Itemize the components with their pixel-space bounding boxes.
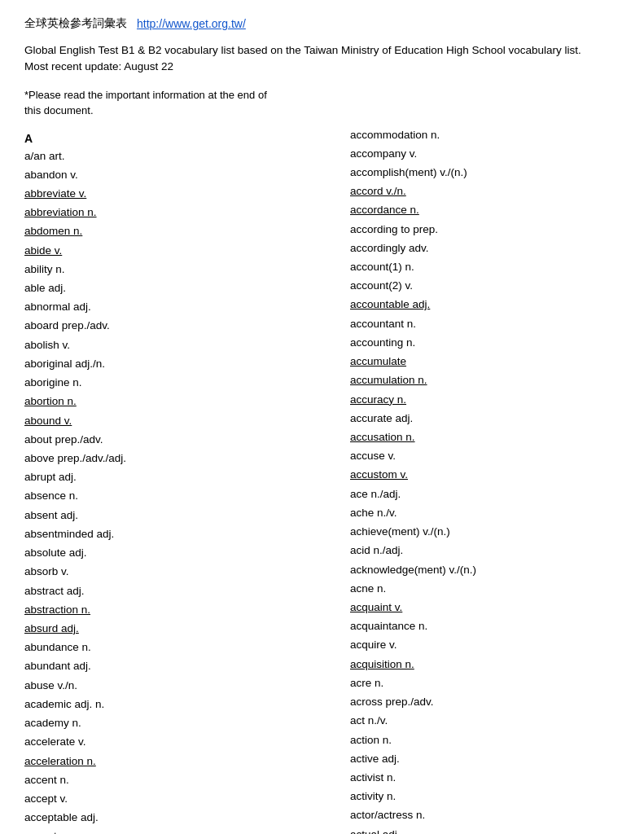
list-item: across prep./adv. [350,692,620,711]
left-word-list: a/an art.abandon v.abbreviate v.abbrevia… [24,147,301,835]
list-item: absurd adj. [24,619,301,638]
list-item: abuse v./n. [24,676,301,695]
list-item: action n. [350,731,620,749]
left-column: A a/an art.abandon v.abbreviate v.abbrev… [24,125,301,835]
list-item: academy n. [24,713,301,732]
list-item: absent adj. [24,506,301,525]
list-item: acquisition n. [350,655,620,674]
list-item: accurate adj. [350,409,620,428]
list-item: accelerate v. [24,732,301,751]
list-item: academic adj. n. [24,695,301,713]
list-item: accomplish(ment) v./(n.) [350,163,620,182]
list-item: activist n. [350,768,620,787]
list-item: absolute adj. [24,543,301,562]
list-item: achieve(ment) v./(n.) [350,522,620,541]
list-item: accustom v. [350,465,620,484]
list-item: accord v./n. [350,182,620,200]
notice-text: *Please read the important information a… [24,87,285,119]
list-item: accompany v. [350,144,620,163]
list-item: accordance n. [350,200,620,219]
list-item: abstract adj. [24,582,301,600]
list-item: accusation n. [350,428,620,446]
list-item: accumulation n. [350,371,620,389]
list-item: accuse v. [350,446,620,465]
list-item: accountant n. [350,314,620,333]
list-item: accommodation n. [350,125,620,144]
list-item: abundance n. [24,638,301,656]
list-item: abolish v. [24,336,301,354]
list-item: ability n. [24,260,301,279]
list-item: abdomen n. [24,222,301,240]
list-item: accept v. [24,789,301,808]
section-header: A [24,132,301,145]
list-item: absentminded adj. [24,525,301,543]
list-item: accounting n. [350,333,620,352]
list-item: acid n./adj. [350,541,620,560]
right-word-list: accommodation n.accompany v.accomplish(m… [350,125,620,835]
header-line: 全球英檢參考詞彙表 http://www.get.org.tw/ [24,16,620,31]
list-item: accent n. [24,770,301,789]
list-item: able adj. [24,279,301,297]
list-item: abound v. [24,411,301,430]
list-item: acne n. [350,579,620,598]
list-item: account(2) v. [350,276,620,295]
list-item: acknowledge(ment) v./(n.) [350,560,620,579]
list-item: abnormal adj. [24,297,301,316]
list-item: abbreviation n. [24,203,301,222]
header-title: 全球英檢參考詞彙表 [24,16,127,31]
list-item: acquire v. [350,635,620,654]
list-item: abortion n. [24,392,301,410]
list-item: activity n. [350,787,620,805]
list-item: ache n./v. [350,503,620,522]
list-item: acquaintance n. [350,617,620,635]
list-item: abide v. [24,241,301,260]
list-item: active adj. [350,749,620,768]
list-item: acre n. [350,674,620,692]
list-item: accountable adj. [350,295,620,314]
list-item: acceleration n. [24,752,301,770]
header-link[interactable]: http://www.get.org.tw/ [137,17,246,30]
list-item: aboriginal adj./n. [24,354,301,373]
list-item: a/an art. [24,147,301,165]
list-item: abstraction n. [24,600,301,619]
list-item: acceptance n. [24,827,301,834]
list-item: accordingly adv. [350,239,620,257]
list-item: abandon v. [24,165,301,184]
list-item: act n./v. [350,711,620,730]
list-item: accuracy n. [350,390,620,409]
list-item: actor/actress n. [350,805,620,824]
list-item: abundant adj. [24,656,301,675]
list-item: according to prep. [350,220,620,239]
right-column: accommodation n.accompany v.accomplish(m… [301,125,620,835]
list-item: aborigine n. [24,373,301,392]
list-item: aboard prep./adv. [24,316,301,335]
list-item: abbreviate v. [24,184,301,203]
list-item: about prep./adv. [24,430,301,449]
list-item: above prep./adv./adj. [24,449,301,467]
list-item: acquaint v. [350,598,620,617]
description: Global English Test B1 & B2 vocabulary l… [24,42,594,76]
list-item: accumulate [350,352,620,371]
list-item: acceptable adj. [24,808,301,827]
list-item: ace n./adj. [350,485,620,503]
list-item: abrupt adj. [24,467,301,486]
list-item: absorb v. [24,562,301,581]
list-item: account(1) n. [350,257,620,276]
list-item: actual adj. [350,825,620,834]
list-item: absence n. [24,486,301,505]
